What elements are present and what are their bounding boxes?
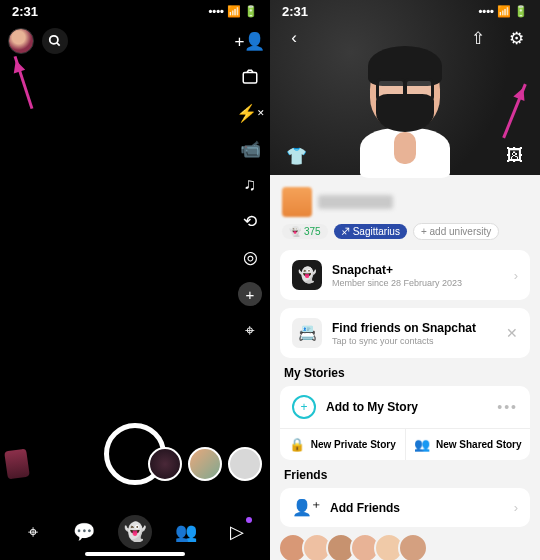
my-stories-card: + Add to My Story ••• 🔒New Private Story… (280, 386, 530, 460)
chevron-right-icon: › (514, 500, 518, 515)
home-indicator (85, 552, 185, 556)
card-subtitle: Tap to sync your contacts (332, 336, 496, 346)
profile-content: 👻375 ♐︎Sagittarius + add university 👻 Sn… (270, 175, 540, 560)
snapscore-badge[interactable]: 👻375 (282, 224, 328, 239)
lock-icon: 🔒 (289, 437, 305, 452)
friend-avatar[interactable] (398, 533, 428, 560)
background-icon[interactable]: 🖼 (502, 146, 526, 167)
flash-icon[interactable]: ⚡✕ (239, 102, 261, 124)
status-indicators: •••• 📶 🔋 (208, 5, 258, 18)
nav-stories[interactable]: 👥 (169, 515, 203, 549)
camera-screen: 2:31 •••• 📶 🔋 +👤 ⚡✕ 📹 ♫ ⟲ ◎ + ⌖ ⌖ 💬 👻 👥 … (0, 0, 270, 560)
add-friends-card[interactable]: 👤⁺ Add Friends › (280, 488, 530, 527)
group-icon: 👥 (414, 437, 430, 452)
card-title: Snapchat+ (332, 263, 504, 277)
scan-icon[interactable]: ⌖ (239, 320, 261, 342)
nav-map[interactable]: ⌖ (16, 515, 50, 549)
plus-icon[interactable]: + (238, 282, 262, 306)
rotate-icon[interactable]: ⟲ (239, 210, 261, 232)
new-private-story-button[interactable]: 🔒New Private Story (280, 429, 406, 460)
nav-camera[interactable]: 👻 (118, 515, 152, 549)
more-icon[interactable]: ••• (497, 399, 518, 415)
nav-chat[interactable]: 💬 (67, 515, 101, 549)
nav-spotlight[interactable]: ▷ (220, 515, 254, 549)
add-university-badge[interactable]: + add university (413, 223, 499, 240)
memories-button[interactable] (4, 449, 30, 480)
lens-2[interactable] (188, 447, 222, 481)
profile-screen: 2:31 •••• 📶 🔋 ‹ ⇧ ⚙︎ 👕 🖼 👻375 ♐︎Sagittar… (270, 0, 540, 560)
find-friends-card[interactable]: 📇 Find friends on Snapchat Tap to sync y… (280, 308, 530, 358)
card-subtitle: Member since 28 February 2023 (332, 278, 504, 288)
status-bar: 2:31 •••• 📶 🔋 (270, 0, 540, 22)
add-friend-icon: 👤⁺ (292, 498, 320, 517)
music-icon[interactable]: ♫ (239, 174, 261, 196)
search-button[interactable] (42, 28, 68, 54)
section-header-stories: My Stories (284, 366, 530, 380)
friends-avatars[interactable] (280, 533, 530, 560)
zodiac-badge[interactable]: ♐︎Sagittarius (334, 224, 407, 239)
back-button[interactable]: ‹ (282, 28, 306, 49)
new-shared-story-button[interactable]: 👥New Shared Story (406, 429, 531, 460)
video-icon[interactable]: 📹 (239, 138, 261, 160)
status-time: 2:31 (282, 4, 308, 19)
add-story-icon: + (292, 395, 316, 419)
dual-camera-icon[interactable]: ◎ (239, 246, 261, 268)
add-to-story-row[interactable]: + Add to My Story ••• (280, 386, 530, 428)
dismiss-icon[interactable]: ✕ (506, 325, 518, 341)
annotation-arrow (14, 56, 34, 109)
snapchat-plus-card[interactable]: 👻 Snapchat+ Member since 28 February 202… (280, 250, 530, 300)
contacts-icon: 📇 (292, 318, 322, 348)
status-bar: 2:31 •••• 📶 🔋 (0, 0, 270, 22)
settings-gear-icon[interactable]: ⚙︎ (504, 28, 528, 49)
lens-1[interactable] (148, 447, 182, 481)
profile-hero: 2:31 •••• 📶 🔋 ‹ ⇧ ⚙︎ 👕 🖼 (270, 0, 540, 175)
username-row (282, 187, 530, 217)
svg-rect-2 (243, 73, 257, 84)
profile-avatar-button[interactable] (8, 28, 34, 54)
lens-3[interactable] (228, 447, 262, 481)
username-redacted (318, 195, 393, 209)
snapcode[interactable] (282, 187, 312, 217)
status-indicators: •••• 📶 🔋 (478, 5, 528, 18)
profile-badges: 👻375 ♐︎Sagittarius + add university (282, 223, 530, 240)
add-friend-icon[interactable]: +👤 (239, 30, 261, 52)
camera-toolbar: +👤 ⚡✕ 📹 ♫ ⟲ ◎ + ⌖ (238, 30, 262, 342)
annotation-arrow (502, 84, 527, 139)
outfit-icon[interactable]: 👕 (284, 146, 308, 167)
svg-point-0 (50, 36, 58, 44)
svg-line-1 (57, 43, 60, 46)
flip-camera-icon[interactable] (239, 66, 261, 88)
snapchat-plus-icon: 👻 (292, 260, 322, 290)
status-time: 2:31 (12, 4, 38, 19)
lens-carousel[interactable] (148, 447, 262, 481)
chevron-right-icon: › (514, 268, 518, 283)
section-header-friends: Friends (284, 468, 530, 482)
card-title: Find friends on Snapchat (332, 321, 496, 335)
